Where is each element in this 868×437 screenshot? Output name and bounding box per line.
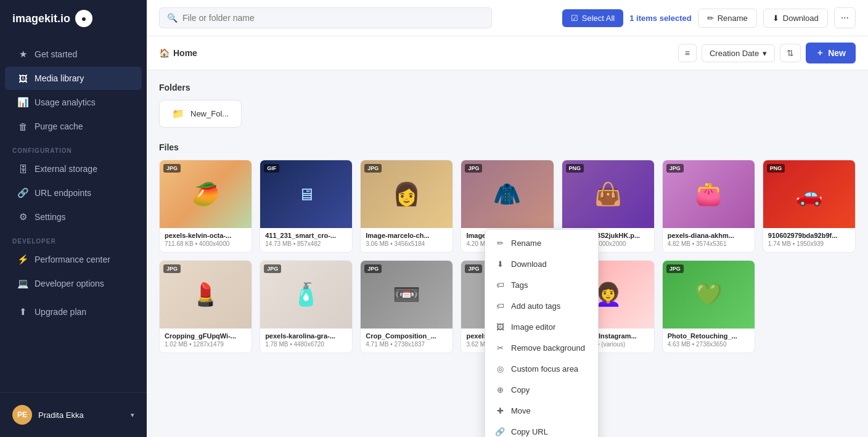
sort-dropdown[interactable]: Creation Date ▾: [702, 44, 775, 62]
file-meta: 711.68 KB • 4000x4000: [165, 240, 247, 247]
file-card[interactable]: 💄 JPG Cropping_gFUpqWi-... 1.02 MB • 128…: [159, 260, 252, 353]
sidebar-item-performance-center[interactable]: ⚡ Performance center: [5, 248, 142, 271]
plus-icon: ＋: [816, 47, 824, 59]
file-name: 910602979bda92b9f...: [768, 232, 850, 239]
search-box[interactable]: 🔍: [159, 7, 492, 28]
link-icon: 🔗: [17, 187, 28, 198]
ctx-move-label: Move: [511, 406, 531, 415]
more-options-button[interactable]: ···: [834, 7, 856, 28]
ctx-remove-background[interactable]: ✂ Remove background: [485, 337, 598, 358]
ctx-copy-url[interactable]: 🔗 Copy URL: [485, 421, 598, 437]
view-controls: ≡ Creation Date ▾ ⇅ ＋ New: [678, 43, 856, 63]
rename-icon: ✏: [707, 14, 714, 23]
ctx-auto-tags-label: Add auto tags: [511, 301, 560, 311]
image-editor-icon: 🖼: [495, 322, 505, 332]
ctx-image-editor-label: Image editor: [511, 322, 555, 332]
rename-label: Rename: [718, 14, 748, 23]
file-name: pexels-karolina-gra-...: [265, 332, 347, 340]
home-icon: 🏠: [159, 48, 170, 58]
auto-tags-icon: 🏷: [495, 301, 505, 311]
move-icon: ✚: [495, 406, 505, 415]
ctx-copy-url-label: Copy URL: [511, 427, 548, 436]
sidebar: imagekit.io ● ★ Get started 🖼 Media libr…: [0, 0, 147, 437]
file-type-badge: JPG: [666, 164, 684, 173]
file-card[interactable]: 🚗 PNG 910602979bda92b9f... 1.74 MB • 195…: [763, 160, 856, 253]
purge-icon: 🗑: [17, 121, 28, 132]
file-card[interactable]: 🧴 JPG pexels-karolina-gra-... 1.78 MB • …: [260, 260, 353, 353]
breadcrumb-home[interactable]: 🏠 Home: [159, 48, 197, 58]
file-type-badge: JPG: [666, 264, 684, 273]
sidebar-item-label: Media library: [35, 73, 84, 83]
rename-button[interactable]: ✏ Rename: [698, 9, 757, 28]
logo-area: imagekit.io ●: [0, 0, 147, 37]
ctx-download[interactable]: ⬇ Download: [485, 253, 598, 274]
folder-item[interactable]: 📁 New_Fol...: [159, 100, 242, 128]
sidebar-item-media-library[interactable]: 🖼 Media library: [5, 67, 142, 90]
file-type-badge: JPG: [264, 264, 281, 273]
sidebar-item-upgrade[interactable]: ⬆ Upgrade plan: [5, 300, 142, 324]
sidebar-item-external-storage[interactable]: 🗄 External storage: [5, 157, 142, 181]
file-type-badge: JPG: [465, 264, 482, 273]
file-meta: 1.78 MB • 4480x6720: [265, 341, 347, 348]
sidebar-item-usage-analytics[interactable]: 📊 Usage analytics: [5, 91, 142, 114]
sidebar-item-developer-options[interactable]: 💻 Developer options: [5, 272, 142, 295]
topbar-actions: ☑ Select All 1 items selected ✏ Rename ⬇…: [562, 7, 856, 28]
image-icon: 🖼: [17, 73, 28, 84]
search-icon: 🔍: [167, 13, 178, 23]
sidebar-item-purge-cache[interactable]: 🗑 Purge cache: [5, 115, 142, 138]
download-button[interactable]: ⬇ Download: [763, 9, 828, 28]
chevron-down-icon: ▾: [131, 411, 134, 419]
new-label: New: [828, 48, 846, 58]
config-section-label: CONFIGURATION: [0, 139, 147, 157]
sidebar-item-label: Settings: [35, 212, 66, 222]
avatar: PE: [12, 405, 32, 425]
main-content: 🔍 ☑ Select All 1 items selected ✏ Rename…: [147, 0, 868, 437]
file-meta: 4.63 MB • 2738x3650: [668, 341, 750, 348]
ctx-rename[interactable]: ✏ Rename: [485, 232, 598, 253]
file-type-badge: JPG: [364, 264, 382, 273]
folder-name: New_Fol...: [190, 109, 229, 118]
file-meta: 3.06 MB • 3456x5184: [366, 240, 448, 247]
ctx-custom-focus-label: Custom focus area: [511, 364, 578, 374]
file-card[interactable]: 👛 JPG pexels-diana-akhm... 4.82 MB • 357…: [662, 160, 755, 253]
ctx-add-auto-tags[interactable]: 🏷 Add auto tags: [485, 295, 598, 316]
logo-icon: ●: [75, 10, 92, 27]
file-card[interactable]: 🖥 GIF 411_231_smart_cro-... 14.73 MB • 8…: [260, 160, 353, 253]
logo-text: imagekit.io: [12, 12, 70, 25]
sidebar-item-label: Get started: [35, 49, 77, 59]
sort-order-button[interactable]: ⇅: [780, 44, 801, 62]
ctx-image-editor[interactable]: 🖼 Image editor: [485, 316, 598, 337]
file-type-badge: PNG: [767, 164, 785, 173]
gear-icon: ⚙: [17, 211, 28, 223]
file-meta: 1.74 MB • 1950x939: [768, 240, 850, 247]
ctx-copy-label: Copy: [511, 385, 530, 394]
file-type-badge: PNG: [566, 164, 584, 173]
tags-icon: 🏷: [495, 280, 505, 290]
file-card[interactable]: 🥭 JPG pexels-kelvin-octa-... 711.68 KB •…: [159, 160, 252, 253]
ctx-tags-label: Tags: [511, 280, 528, 290]
topbar: 🔍 ☑ Select All 1 items selected ✏ Rename…: [147, 0, 868, 36]
file-card[interactable]: 💚 JPG Photo_Retouching_... 4.63 MB • 273…: [662, 260, 755, 353]
copy-url-icon: 🔗: [495, 427, 505, 436]
folders-grid: 📁 New_Fol...: [159, 100, 856, 128]
view-list-button[interactable]: ≡: [678, 44, 697, 62]
file-card[interactable]: 👩 JPG Image-marcelo-ch... 3.06 MB • 3456…: [360, 160, 453, 253]
sidebar-item-settings[interactable]: ⚙ Settings: [5, 205, 142, 229]
ctx-move[interactable]: ✚ Move: [485, 400, 598, 421]
new-button[interactable]: ＋ New: [806, 43, 856, 63]
search-input[interactable]: [182, 13, 484, 23]
sidebar-item-get-started[interactable]: ★ Get started: [5, 43, 142, 66]
analytics-icon: 📊: [17, 97, 28, 108]
ctx-custom-focus[interactable]: ◎ Custom focus area: [485, 358, 598, 379]
ctx-copy[interactable]: ⊕ Copy: [485, 379, 598, 400]
developer-section-label: DEVELOPER: [0, 229, 147, 247]
sidebar-item-label: URL endpoints: [35, 188, 91, 198]
file-name: pexels-diana-akhm...: [668, 232, 750, 239]
sidebar-nav: ★ Get started 🖼 Media library 📊 Usage an…: [0, 37, 147, 392]
ctx-tags[interactable]: 🏷 Tags: [485, 274, 598, 295]
select-all-button[interactable]: ☑ Select All: [562, 9, 623, 27]
file-card[interactable]: 📼 JPG Crop_Composition_... 4.71 MB • 273…: [360, 260, 453, 353]
sidebar-item-url-endpoints[interactable]: 🔗 URL endpoints: [5, 181, 142, 205]
context-menu: ✏ Rename ⬇ Download 🏷 Tags 🏷 Add auto ta…: [485, 229, 599, 437]
user-profile[interactable]: PE Pradita Ekka ▾: [6, 400, 141, 430]
